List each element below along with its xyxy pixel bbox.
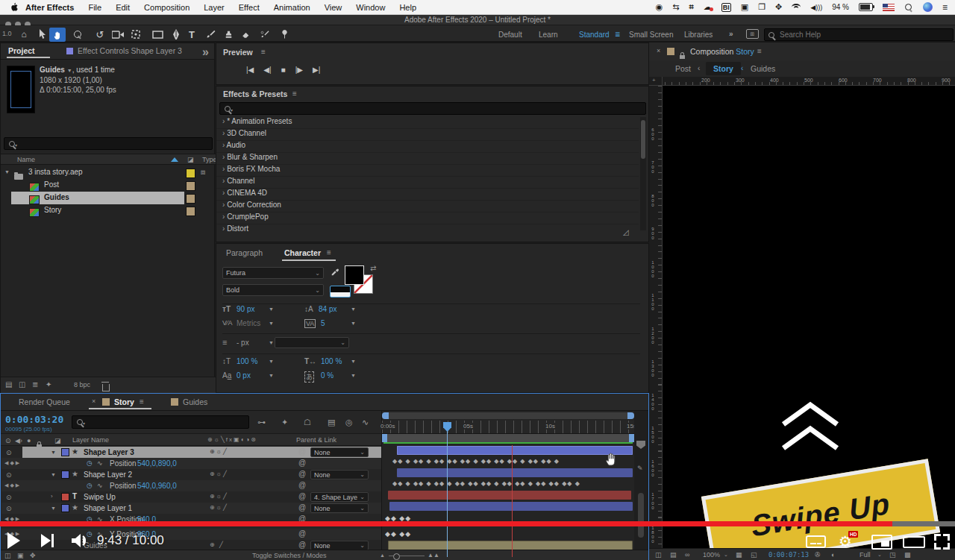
sort-ascending-icon[interactable] [171,157,178,162]
parent-pickwhip-icon[interactable]: @ [298,504,306,512]
workspace-small-screen[interactable]: Small Screen [629,31,673,39]
graph-toggle-icon[interactable]: ∿ [97,482,103,489]
solo-column-icon[interactable]: ● [27,437,31,444]
comp-ruler-corner[interactable]: + [649,77,663,86]
label-color-chip[interactable] [186,194,195,204]
work-area-bar[interactable] [382,434,634,442]
stopwatch-icon[interactable]: ◷ [87,459,93,467]
layer-name[interactable]: Swipe Up [84,493,116,501]
fill-color-swatch[interactable] [345,265,364,285]
layer-bar-swipe-up[interactable] [388,491,631,500]
apple-menu-icon[interactable] [9,2,19,16]
stroke-width-caret-icon[interactable]: ▼ [269,340,274,345]
label-color-chip[interactable] [186,169,195,178]
type-tool-icon[interactable]: T [184,28,199,41]
effects-category[interactable]: › Color Correction [216,201,639,213]
frame-blend-icon[interactable]: ▤ [328,418,335,426]
workspace-standard[interactable]: Standard [579,31,610,39]
layer-bar-shape-1[interactable] [389,502,633,511]
play-button[interactable] [7,532,20,549]
keyboard-layout-icon[interactable]: ⌗ [689,2,694,12]
eyedropper-icon[interactable] [330,267,339,281]
timeline-horizontal-scrollbar[interactable] [382,412,634,419]
comp-marker-bin-icon[interactable] [636,441,645,449]
comp-vertical-ruler[interactable]: 600 700 800 900 1000 1100 1200 1300 1400… [649,86,663,548]
youtube-progress-bar[interactable] [0,521,955,526]
pan-behind-tool-icon[interactable] [128,28,143,41]
manage-workspaces-icon[interactable]: ⊞ [746,29,759,39]
chevron-right-icon[interactable]: › [222,141,225,149]
eye-icon[interactable]: ⊙ [6,494,12,501]
baseline-shift-value[interactable]: 0 px [237,371,251,380]
column-header-layer-name[interactable]: Layer Name [72,436,109,444]
eye-icon[interactable]: ⊙ [6,471,12,479]
menu-effect[interactable]: Effect [239,3,260,12]
rectangle-tool-icon[interactable] [150,28,165,41]
spotlight-icon[interactable] [904,3,913,12]
wifi-icon[interactable] [792,4,801,10]
layer-name[interactable]: Shape Layer 3 [84,448,134,456]
parent-dropdown[interactable]: 4. Shape Laye⌄ [310,492,369,502]
stroke-over-fill-chip[interactable] [330,286,351,298]
zoom-tool-icon[interactable] [70,28,85,41]
workspace-learn[interactable]: Learn [539,31,558,39]
label-color-chip[interactable] [186,181,195,191]
sync-status-icon[interactable]: ⇆ [672,2,679,12]
keyframe-nav-icons[interactable]: ◀◆▶ [4,460,21,466]
project-row-guides[interactable]: Guides [1,192,216,204]
video-column-eye-icon[interactable]: ⊙ [5,437,11,444]
record-status-icon[interactable]: ◉ [656,2,663,12]
chevron-right-icon[interactable]: › [222,165,225,173]
tsume-caret-icon[interactable]: ▼ [351,373,356,378]
puppet-pin-tool-icon[interactable] [277,28,292,41]
column-header-type[interactable]: Type [202,156,217,163]
font-size-value[interactable]: 90 px [237,305,254,313]
project-item-name[interactable]: Guides [40,66,65,74]
notification-center-icon[interactable]: ≡ [942,2,948,13]
camera-tool-icon[interactable] [110,28,125,41]
vertical-scale-caret-icon[interactable]: ▼ [269,359,274,364]
theater-mode-button[interactable] [903,536,925,548]
first-frame-button[interactable]: |◀ [246,66,254,74]
miniplayer-button[interactable] [871,535,892,550]
effects-category[interactable]: › * Animation Presets [216,117,639,129]
bit-depth-button[interactable]: 8 bpc [74,381,90,388]
comp-horizontal-ruler[interactable]: 200 300 400 500 600 700 800 900 [663,77,955,86]
layer-color-swatch[interactable] [61,504,69,512]
stopwatch-icon[interactable]: ◷ [87,482,93,489]
twirl-caret-icon[interactable]: ▼ [51,450,56,455]
project-settings-icon[interactable]: ✦ [46,381,51,388]
layer-bar-shape-3[interactable] [397,446,633,455]
layer-switches[interactable]: ⊕☼╱ [210,471,228,477]
kerning-caret-icon[interactable]: ▼ [269,321,274,326]
project-search-field[interactable]: ▾ [4,137,213,150]
motion-blur-icon[interactable]: ◎ [345,418,353,426]
move-tool-status-icon[interactable]: ✥ [775,2,782,12]
fullscreen-button[interactable] [934,534,950,550]
eye-icon[interactable]: ⊙ [6,505,12,512]
comp-canvas[interactable]: Swipe Up [663,86,955,548]
chevron-right-icon[interactable]: › [222,224,225,233]
column-header-name[interactable]: Name [17,156,35,163]
chevron-right-icon[interactable]: › [222,129,225,137]
help-search-field[interactable] [764,28,954,41]
previous-frame-button[interactable]: ◀| [263,66,271,74]
folder-expand-caret-icon[interactable]: ▼ [4,169,10,174]
workspace-default[interactable]: Default [498,31,522,39]
twirl-caret-icon[interactable]: › [51,493,53,500]
workspace-libraries[interactable]: Libraries [684,31,713,39]
roto-brush-tool-icon[interactable] [257,28,272,41]
chevron-right-icon[interactable]: › [222,117,225,125]
workspace-overflow-chevron-icon[interactable]: » [729,30,733,38]
property-name[interactable]: Position [110,459,137,468]
tab-guides[interactable]: Guides [183,397,207,406]
chevron-right-icon[interactable]: › [222,189,225,197]
keyframes-position-2[interactable]: ◆◆ ◆ ◆◆ ◆ ◆◆ ◆ ◆◆ ◆◆ ◆◆ ◆ ◆◆ ◆◆ ◆ ◆◆ ◆◆ … [392,480,624,487]
home-tool-icon[interactable]: ⌂ [16,28,31,41]
effects-category[interactable]: › Audio [216,141,639,153]
volume-icon[interactable] [70,532,91,552]
horizontal-scale-caret-icon[interactable]: ▼ [351,359,356,364]
draft-3d-icon[interactable]: ✦ [281,418,288,426]
panel-overflow-chevron-icon[interactable]: » [202,45,209,59]
tracking-caret-icon[interactable]: ▼ [351,321,356,326]
